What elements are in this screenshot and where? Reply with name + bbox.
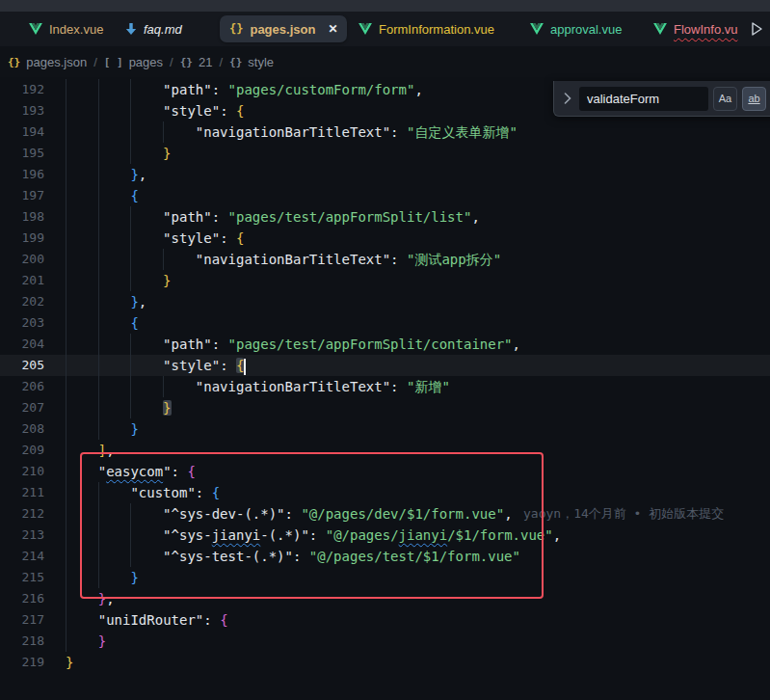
code-token: { (236, 103, 244, 119)
text-cursor (244, 359, 246, 375)
code-line-216[interactable]: 216}, (0, 588, 770, 609)
code-text: "navigationBarTitleText": "新增" (196, 376, 450, 397)
code-line-204[interactable]: 204"path": "pages/test/appFormSplit/cont… (0, 334, 770, 355)
code-line-205[interactable]: 205"style": { (0, 355, 770, 376)
indent-guide (66, 397, 98, 418)
tab-pages-json[interactable]: {}pages.json✕ (220, 15, 347, 42)
code-text: { (130, 312, 138, 334)
code-token: "path" (163, 209, 212, 225)
indent-guide (98, 418, 131, 440)
indent-guide (66, 461, 98, 482)
tab-flowinfo-vu[interactable]: FlowInfo.vu (653, 12, 737, 46)
code-text: } (163, 397, 171, 418)
code-line-195[interactable]: 195} (0, 143, 770, 164)
code-token: } (130, 421, 138, 437)
code-line-213[interactable]: 213"^sys-jianyi-(.*)": "@/pages/jianyi/$… (0, 525, 770, 546)
indent-guide (98, 334, 131, 355)
indent-guide (66, 440, 98, 461)
tab-approval-vue[interactable]: approval.vue (530, 12, 622, 46)
gutter-space (44, 249, 66, 270)
breadcrumb-item-pages-json[interactable]: {}pages.json (8, 55, 87, 69)
gutter-space (44, 525, 66, 546)
indent-guide (98, 100, 131, 121)
find-input[interactable] (579, 87, 708, 111)
code-line-203[interactable]: 203{ (0, 312, 770, 334)
code-line-211[interactable]: 211"custom": { (0, 482, 770, 503)
code-line-208[interactable]: 208} (0, 418, 770, 440)
indent-guide (130, 355, 163, 376)
code-text: } (130, 567, 138, 588)
code-line-194[interactable]: 194"navigationBarTitleText": "自定义表单新增" (0, 121, 770, 143)
indent-guide (163, 249, 196, 270)
tab-overflow-chevron-right-icon[interactable] (751, 21, 763, 40)
tab-close-icon[interactable]: ✕ (328, 22, 337, 36)
code-token: "style" (163, 230, 220, 246)
breadcrumb: {}pages.json/[ ]pages/{}21/{}style (0, 46, 770, 77)
squiggle-token: jianyi (399, 527, 448, 543)
tab-faq-md[interactable]: faq.md (125, 12, 182, 46)
indent-guide (98, 376, 131, 397)
tab-forminformation-vue[interactable]: FormInformation.vue (358, 12, 494, 46)
find-replace-toggle-chevron-icon[interactable] (560, 81, 575, 116)
code-token: "自定义表单新增" (407, 124, 518, 140)
code-line-207[interactable]: 207} (0, 397, 770, 418)
code-line-199[interactable]: 199"style": { (0, 228, 770, 249)
gutter-space (44, 164, 66, 185)
code-line-215[interactable]: 215} (0, 567, 770, 588)
line-number: 207 (0, 397, 44, 418)
code-line-210[interactable]: 210"easycom": { (0, 461, 770, 482)
indent-guide (66, 121, 98, 143)
gutter-space (44, 121, 66, 143)
breadcrumb-item-style[interactable]: {}style (229, 55, 274, 69)
code-line-219[interactable]: 219} (0, 652, 770, 673)
code-token: "uniIdRouter" (98, 612, 204, 628)
indent-guide (130, 270, 163, 291)
breadcrumb-item-21[interactable]: {}21 (180, 55, 213, 69)
code-line-198[interactable]: 198"path": "pages/test/appFormSplit/list… (0, 206, 770, 228)
whole-word-button[interactable]: ab (742, 87, 766, 111)
gutter-space (44, 567, 66, 588)
code-token: "pages/test/appFormSplit/container" (228, 337, 513, 352)
code-line-201[interactable]: 201} (0, 270, 770, 291)
code-token: "测试app拆分" (407, 252, 501, 267)
tab-label: approval.vue (550, 22, 622, 37)
code-token: } (130, 570, 138, 585)
breadcrumb-item-pages[interactable]: [ ]pages (104, 55, 163, 69)
gutter-space (44, 397, 66, 418)
line-number: 200 (0, 249, 44, 270)
code-line-197[interactable]: 197{ (0, 185, 770, 206)
code-line-217[interactable]: 217"uniIdRouter": { (0, 609, 770, 631)
indent-guide (98, 185, 131, 206)
indent-guide (98, 164, 131, 185)
tab-label: faq.md (144, 22, 182, 37)
code-token: } (98, 633, 106, 649)
indent-guide (98, 567, 131, 588)
gutter-space (44, 461, 66, 482)
code-line-209[interactable]: 209], (0, 440, 770, 461)
code-line-202[interactable]: 202}, (0, 291, 770, 312)
gutter-space (44, 503, 66, 525)
tab-label: FlowInfo.vu (674, 22, 737, 37)
line-number: 195 (0, 143, 44, 164)
gutter-space (44, 100, 66, 121)
code-text: "^sys-dev-(.*)": "@/pages/dev/$1/form.vu… (163, 503, 512, 525)
line-number: 197 (0, 185, 44, 206)
match-case-button[interactable]: Aa (713, 87, 737, 111)
indent-guide (66, 567, 98, 588)
code-token: "style" (163, 358, 220, 373)
line-number: 209 (0, 440, 44, 461)
code-line-212[interactable]: 212"^sys-dev-(.*)": "@/pages/dev/$1/form… (0, 503, 770, 525)
code-token: } (163, 146, 171, 161)
indent-guide (130, 121, 163, 143)
code-line-214[interactable]: 214"^sys-test-(.*)": "@/pages/test/$1/fo… (0, 546, 770, 567)
line-number: 203 (0, 312, 44, 334)
code-line-206[interactable]: 206"navigationBarTitleText": "新增" (0, 376, 770, 397)
indent-guide (66, 418, 98, 440)
code-line-196[interactable]: 196}, (0, 164, 770, 185)
code-line-218[interactable]: 218} (0, 631, 770, 652)
tab-index-vue[interactable]: Index.vue (29, 12, 103, 46)
code-editor[interactable]: Aa ab .* 192"path": "pages/customForm/fo… (0, 77, 770, 700)
code-line-200[interactable]: 200"navigationBarTitleText": "测试app拆分" (0, 249, 770, 270)
code-token: : (172, 464, 188, 479)
braces-icon: {} (8, 56, 20, 68)
